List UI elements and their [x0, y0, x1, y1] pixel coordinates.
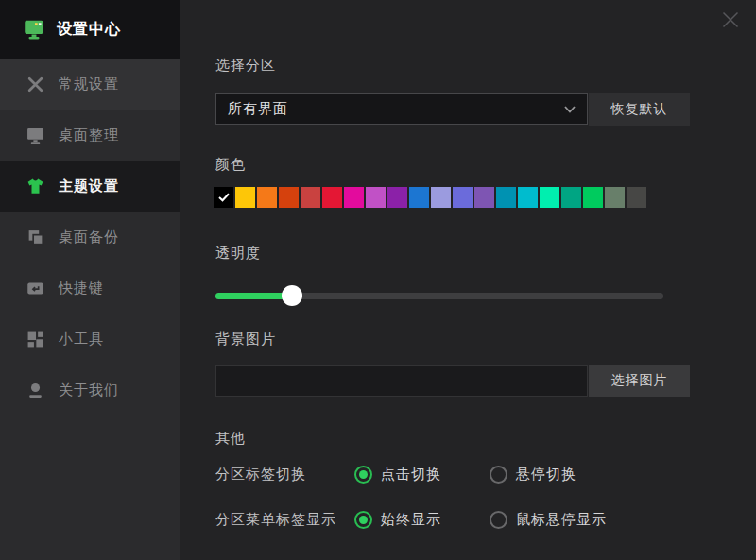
- sidebar-item-label: 桌面整理: [59, 127, 119, 144]
- restore-default-button[interactable]: 恢复默认: [589, 93, 690, 126]
- partition-select-value: 所有界面: [228, 100, 564, 118]
- color-swatch[interactable]: [344, 187, 364, 208]
- sidebar-item-label: 快捷键: [59, 280, 104, 297]
- radio-option-click-switch[interactable]: 点击切换: [354, 466, 490, 484]
- check-icon: [218, 193, 230, 202]
- sidebar: 设置中心 常规设置 桌面整理: [0, 0, 180, 560]
- color-swatch[interactable]: [605, 187, 625, 208]
- choose-image-button[interactable]: 选择图片: [589, 365, 690, 397]
- sidebar-item-theme[interactable]: 主题设置: [0, 161, 180, 212]
- opacity-label: 透明度: [215, 245, 261, 263]
- color-swatch[interactable]: [540, 187, 559, 208]
- color-swatch[interactable]: [474, 187, 494, 208]
- radio-icon[interactable]: [354, 511, 372, 529]
- color-swatch[interactable]: [366, 187, 386, 208]
- color-swatch[interactable]: [214, 187, 233, 208]
- sidebar-item-label: 主题设置: [59, 178, 119, 195]
- about-person-icon: [26, 382, 45, 399]
- other-label: 其他: [215, 430, 246, 448]
- color-swatch[interactable]: [322, 187, 342, 208]
- sidebar-item-hotkeys[interactable]: 快捷键: [0, 263, 180, 314]
- color-swatches: [214, 187, 646, 208]
- sidebar-item-label: 常规设置: [59, 76, 119, 93]
- radio-icon[interactable]: [490, 511, 507, 529]
- background-image-label: 背景图片: [215, 331, 276, 348]
- slider-thumb[interactable]: [282, 285, 302, 306]
- radio-icon[interactable]: [354, 466, 372, 484]
- close-icon: [721, 10, 740, 29]
- color-swatch[interactable]: [235, 187, 255, 208]
- radio-option-always-show[interactable]: 始终显示: [354, 511, 490, 529]
- color-swatch[interactable]: [583, 187, 603, 208]
- color-swatch[interactable]: [496, 187, 516, 208]
- desktop-icon: [26, 127, 45, 144]
- color-swatch[interactable]: [409, 187, 429, 208]
- color-label: 颜色: [215, 156, 246, 174]
- close-button[interactable]: [720, 9, 741, 30]
- partition-label: 选择分区: [215, 57, 276, 75]
- radio-option-hover-show[interactable]: 鼠标悬停显示: [490, 511, 607, 529]
- radio-option-hover-switch[interactable]: 悬停切换: [490, 466, 576, 484]
- row-label: 分区菜单标签显示: [215, 511, 354, 529]
- row-label: 分区标签切换: [215, 466, 354, 484]
- color-swatch[interactable]: [453, 187, 472, 208]
- radio-icon[interactable]: [490, 466, 507, 484]
- color-swatch[interactable]: [257, 187, 277, 208]
- color-swatch[interactable]: [431, 187, 451, 208]
- partition-tab-switch-row: 分区标签切换 点击切换 悬停切换: [215, 465, 576, 484]
- tools-icon: [26, 76, 45, 93]
- content-panel: 选择分区 所有界面 恢复默认 颜色 透明度 背景图片 选择图片 其他 分区标签切: [180, 0, 756, 560]
- sidebar-item-desktop-organize[interactable]: 桌面整理: [0, 110, 180, 161]
- green-monitor-icon: [24, 19, 44, 40]
- color-swatch[interactable]: [279, 187, 299, 208]
- chevron-down-icon: [564, 106, 576, 113]
- color-swatch[interactable]: [387, 187, 407, 208]
- partition-select[interactable]: 所有界面: [215, 93, 588, 125]
- widgets-icon: [26, 331, 45, 348]
- color-swatch[interactable]: [301, 187, 320, 208]
- radio-option-label: 鼠标悬停显示: [516, 511, 607, 529]
- partition-menu-label-row: 分区菜单标签显示 始终显示 鼠标悬停显示: [215, 510, 607, 529]
- sidebar-item-about[interactable]: 关于我们: [0, 365, 180, 416]
- radio-option-label: 点击切换: [381, 466, 441, 484]
- sidebar-header: 设置中心: [0, 0, 180, 59]
- sidebar-item-general[interactable]: 常规设置: [0, 59, 180, 110]
- radio-option-label: 始终显示: [381, 511, 441, 529]
- background-image-input[interactable]: [215, 365, 588, 397]
- sidebar-item-label: 小工具: [59, 331, 104, 348]
- settings-window: 设置中心 常规设置 桌面整理: [0, 0, 756, 560]
- tshirt-icon: [26, 178, 45, 195]
- color-swatch[interactable]: [627, 187, 646, 208]
- radio-option-label: 悬停切换: [516, 466, 576, 484]
- slider-fill: [215, 293, 292, 299]
- color-swatch[interactable]: [518, 187, 538, 208]
- opacity-slider[interactable]: [215, 285, 663, 306]
- sidebar-item-label: 关于我们: [59, 382, 119, 399]
- backup-icon: [26, 229, 45, 246]
- sidebar-item-label: 桌面备份: [59, 229, 119, 246]
- app-title: 设置中心: [57, 20, 121, 40]
- sidebar-item-widgets[interactable]: 小工具: [0, 314, 180, 365]
- color-swatch[interactable]: [561, 187, 581, 208]
- sidebar-item-desktop-backup[interactable]: 桌面备份: [0, 212, 180, 263]
- hotkey-icon: [26, 280, 45, 297]
